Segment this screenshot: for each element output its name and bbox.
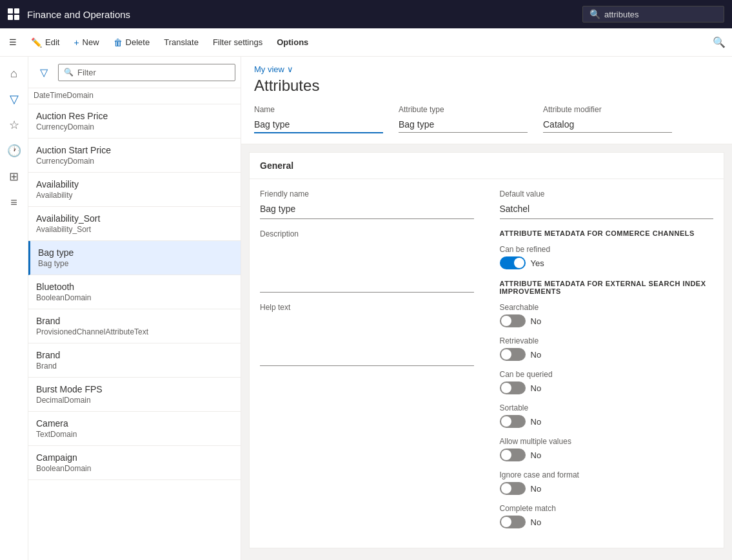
search-metadata-heading: ATTRIBUTE METADATA FOR EXTERNAL SEARCH I… bbox=[500, 280, 714, 295]
edit-button[interactable]: ✏️ Edit bbox=[25, 34, 66, 52]
app-grid-icon[interactable] bbox=[8, 8, 19, 20]
grid-icon-btn[interactable]: ⊞ bbox=[3, 165, 26, 188]
list-item[interactable]: Availability_Sort Availability_Sort bbox=[28, 207, 241, 241]
friendly-name-field: Friendly name Bag type bbox=[260, 189, 474, 219]
list-item[interactable]: Availability Availability bbox=[28, 173, 241, 207]
allow-multiple-toggle: Allow multiple values No bbox=[500, 437, 714, 461]
can-be-refined-toggle-btn[interactable] bbox=[500, 256, 526, 269]
home-icon: ⌂ bbox=[10, 67, 17, 81]
list-item-selected[interactable]: Bag type Bag type bbox=[28, 241, 241, 275]
default-value[interactable]: Satchel bbox=[500, 201, 714, 219]
filter-icon: ▽ bbox=[10, 92, 19, 106]
my-view-dropdown[interactable]: My view ∨ bbox=[254, 64, 719, 74]
edit-icon: ✏️ bbox=[31, 37, 42, 48]
list-panel: ▽ 🔍 DateTimeDomain Auction Res Price Cur… bbox=[28, 57, 241, 560]
fields-row: Name Bag type Attribute type Bag type At… bbox=[254, 105, 719, 133]
detail-panel: My view ∨ Attributes Name Bag type Attri… bbox=[241, 57, 732, 560]
sidebar-icons: ⌂ ▽ ☆ 🕐 ⊞ ≡ bbox=[0, 57, 28, 560]
attribute-modifier-group: Attribute modifier Catalog bbox=[543, 105, 672, 133]
star-icon: ☆ bbox=[9, 118, 19, 132]
attribute-type-group: Attribute type Bag type bbox=[399, 105, 528, 133]
list-item[interactable]: Auction Start Price CurrencyDomain bbox=[28, 139, 241, 173]
command-bar: ☰ ✏️ Edit + New 🗑 Delete Translate Filte… bbox=[0, 28, 732, 57]
datetime-domain-header: DateTimeDomain bbox=[28, 88, 241, 104]
list-item[interactable]: Campaign BooleanDomain bbox=[28, 446, 241, 480]
filter-icon-btn[interactable]: ▽ bbox=[3, 88, 26, 111]
clock-icon-btn[interactable]: 🕐 bbox=[3, 139, 26, 162]
search-icon: 🔍 bbox=[589, 9, 600, 19]
detail-header: My view ∨ Attributes Name Bag type Attri… bbox=[241, 57, 732, 144]
list-item[interactable]: Camera TextDomain bbox=[28, 412, 241, 446]
delete-button[interactable]: 🗑 Delete bbox=[107, 34, 157, 52]
default-value-field: Default value Satchel bbox=[500, 189, 714, 219]
filter-input-wrapper: 🔍 bbox=[58, 64, 235, 81]
list-filter-bar: ▽ 🔍 bbox=[28, 57, 241, 88]
list-icon-btn[interactable]: ≡ bbox=[3, 191, 26, 214]
description-value[interactable] bbox=[260, 241, 474, 293]
list-item[interactable]: Brand ProvisionedChannelAttributeText bbox=[28, 309, 241, 343]
complete-match-toggle-btn[interactable] bbox=[500, 516, 526, 528]
list-filter-icon[interactable]: ▽ bbox=[34, 62, 54, 82]
ignore-case-toggle-btn[interactable] bbox=[500, 482, 526, 495]
section-header: General bbox=[250, 153, 724, 179]
search-icon: 🔍 bbox=[64, 68, 74, 77]
main-layout: ⌂ ▽ ☆ 🕐 ⊞ ≡ ▽ 🔍 DateTimeDomai bbox=[0, 57, 732, 560]
left-fields: Friendly name Bag type Description Help … bbox=[260, 189, 474, 537]
attribute-type-field[interactable]: Bag type bbox=[399, 117, 528, 133]
filter-settings-button[interactable]: Filter settings bbox=[206, 34, 269, 51]
grid-icon: ⊞ bbox=[9, 169, 19, 184]
help-text-field: Help text bbox=[260, 303, 474, 366]
app-title: Finance and Operations bbox=[27, 9, 575, 20]
new-icon: + bbox=[74, 37, 79, 48]
list-item[interactable]: Bluetooth BooleanDomain bbox=[28, 275, 241, 309]
commerce-metadata-heading: ATTRIBUTE METADATA FOR COMMERCE CHANNELS bbox=[500, 229, 714, 237]
can-be-queried-toggle: Can be queried No bbox=[500, 370, 714, 394]
right-fields: Default value Satchel ATTRIBUTE METADATA… bbox=[500, 189, 714, 537]
sortable-toggle: Sortable No bbox=[500, 403, 714, 428]
options-button[interactable]: Options bbox=[270, 34, 315, 51]
retrievable-toggle-btn[interactable] bbox=[500, 348, 526, 361]
attribute-modifier-field[interactable]: Catalog bbox=[543, 117, 672, 133]
can-be-refined-toggle: Can be refined Yes bbox=[500, 245, 714, 269]
home-icon-btn[interactable]: ⌂ bbox=[3, 62, 26, 85]
top-bar: Finance and Operations 🔍 bbox=[0, 0, 732, 28]
funnel-icon: ▽ bbox=[40, 66, 48, 79]
ignore-case-toggle: Ignore case and format No bbox=[500, 470, 714, 495]
filter-input[interactable] bbox=[77, 68, 230, 77]
chevron-down-icon: ∨ bbox=[287, 64, 293, 74]
friendly-name-value[interactable]: Bag type bbox=[260, 201, 474, 219]
detail-title: Attributes bbox=[254, 77, 719, 95]
hamburger-menu[interactable]: ☰ bbox=[3, 34, 23, 51]
delete-icon: 🗑 bbox=[114, 37, 123, 48]
global-search[interactable]: 🔍 bbox=[582, 6, 724, 23]
menu-icon: ☰ bbox=[9, 37, 17, 47]
list-items: DateTimeDomain Auction Res Price Currenc… bbox=[28, 88, 241, 560]
list-item[interactable]: Brand Brand bbox=[28, 343, 241, 378]
name-field[interactable]: Bag type bbox=[254, 117, 383, 133]
sortable-toggle-btn[interactable] bbox=[500, 415, 526, 428]
new-button[interactable]: + New bbox=[67, 34, 105, 52]
list-item[interactable]: Auction Res Price CurrencyDomain bbox=[28, 104, 241, 139]
cmd-search-icon[interactable]: 🔍 bbox=[709, 32, 729, 52]
section-body: Friendly name Bag type Description Help … bbox=[250, 179, 724, 548]
general-section: General Friendly name Bag type Descripti… bbox=[249, 152, 724, 548]
complete-match-toggle: Complete match No bbox=[500, 504, 714, 528]
help-text-value[interactable] bbox=[260, 314, 474, 366]
allow-multiple-toggle-btn[interactable] bbox=[500, 449, 526, 461]
description-field: Description bbox=[260, 229, 474, 293]
searchable-toggle: Searchable No bbox=[500, 303, 714, 327]
retrievable-toggle: Retrievable No bbox=[500, 336, 714, 361]
list-item[interactable]: Burst Mode FPS DecimalDomain bbox=[28, 378, 241, 412]
searchable-toggle-btn[interactable] bbox=[500, 314, 526, 327]
clock-icon: 🕐 bbox=[7, 144, 21, 158]
list-icon: ≡ bbox=[10, 196, 17, 209]
name-field-group: Name Bag type bbox=[254, 105, 383, 133]
translate-button[interactable]: Translate bbox=[157, 34, 205, 51]
global-search-input[interactable] bbox=[604, 10, 707, 19]
star-icon-btn[interactable]: ☆ bbox=[3, 113, 26, 137]
can-be-queried-toggle-btn[interactable] bbox=[500, 381, 526, 394]
